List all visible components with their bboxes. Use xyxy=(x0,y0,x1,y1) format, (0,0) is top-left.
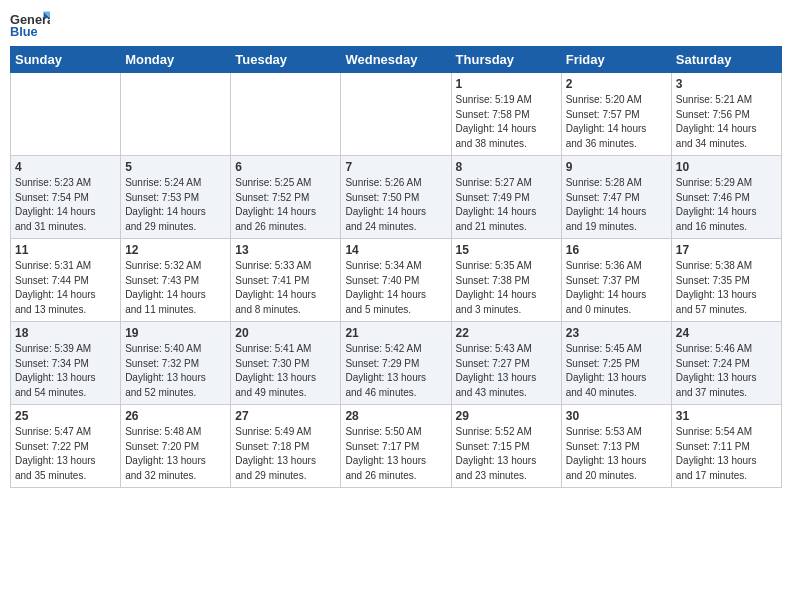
day-info: Sunrise: 5:24 AM Sunset: 7:53 PM Dayligh… xyxy=(125,176,226,234)
day-number: 29 xyxy=(456,409,557,423)
day-info: Sunrise: 5:38 AM Sunset: 7:35 PM Dayligh… xyxy=(676,259,777,317)
calendar-day-cell: 18Sunrise: 5:39 AM Sunset: 7:34 PM Dayli… xyxy=(11,322,121,405)
calendar-day-cell: 30Sunrise: 5:53 AM Sunset: 7:13 PM Dayli… xyxy=(561,405,671,488)
calendar-day-cell: 12Sunrise: 5:32 AM Sunset: 7:43 PM Dayli… xyxy=(121,239,231,322)
day-number: 15 xyxy=(456,243,557,257)
day-number: 14 xyxy=(345,243,446,257)
day-info: Sunrise: 5:26 AM Sunset: 7:50 PM Dayligh… xyxy=(345,176,446,234)
day-info: Sunrise: 5:45 AM Sunset: 7:25 PM Dayligh… xyxy=(566,342,667,400)
day-info: Sunrise: 5:25 AM Sunset: 7:52 PM Dayligh… xyxy=(235,176,336,234)
logo: General Blue xyxy=(10,10,50,38)
day-number: 23 xyxy=(566,326,667,340)
day-info: Sunrise: 5:49 AM Sunset: 7:18 PM Dayligh… xyxy=(235,425,336,483)
day-info: Sunrise: 5:35 AM Sunset: 7:38 PM Dayligh… xyxy=(456,259,557,317)
day-of-week-header: Friday xyxy=(561,47,671,73)
day-info: Sunrise: 5:19 AM Sunset: 7:58 PM Dayligh… xyxy=(456,93,557,151)
day-number: 13 xyxy=(235,243,336,257)
calendar-day-cell: 11Sunrise: 5:31 AM Sunset: 7:44 PM Dayli… xyxy=(11,239,121,322)
calendar-day-cell: 2Sunrise: 5:20 AM Sunset: 7:57 PM Daylig… xyxy=(561,73,671,156)
calendar-day-cell: 10Sunrise: 5:29 AM Sunset: 7:46 PM Dayli… xyxy=(671,156,781,239)
calendar-week-row: 18Sunrise: 5:39 AM Sunset: 7:34 PM Dayli… xyxy=(11,322,782,405)
day-number: 31 xyxy=(676,409,777,423)
day-number: 27 xyxy=(235,409,336,423)
calendar-week-row: 11Sunrise: 5:31 AM Sunset: 7:44 PM Dayli… xyxy=(11,239,782,322)
day-info: Sunrise: 5:33 AM Sunset: 7:41 PM Dayligh… xyxy=(235,259,336,317)
day-info: Sunrise: 5:20 AM Sunset: 7:57 PM Dayligh… xyxy=(566,93,667,151)
day-info: Sunrise: 5:53 AM Sunset: 7:13 PM Dayligh… xyxy=(566,425,667,483)
day-info: Sunrise: 5:39 AM Sunset: 7:34 PM Dayligh… xyxy=(15,342,116,400)
day-info: Sunrise: 5:40 AM Sunset: 7:32 PM Dayligh… xyxy=(125,342,226,400)
calendar-day-cell: 8Sunrise: 5:27 AM Sunset: 7:49 PM Daylig… xyxy=(451,156,561,239)
calendar-day-cell: 15Sunrise: 5:35 AM Sunset: 7:38 PM Dayli… xyxy=(451,239,561,322)
day-number: 30 xyxy=(566,409,667,423)
day-number: 9 xyxy=(566,160,667,174)
calendar-day-cell: 4Sunrise: 5:23 AM Sunset: 7:54 PM Daylig… xyxy=(11,156,121,239)
day-number: 22 xyxy=(456,326,557,340)
day-number: 7 xyxy=(345,160,446,174)
calendar-day-cell xyxy=(231,73,341,156)
calendar-day-cell: 16Sunrise: 5:36 AM Sunset: 7:37 PM Dayli… xyxy=(561,239,671,322)
day-info: Sunrise: 5:23 AM Sunset: 7:54 PM Dayligh… xyxy=(15,176,116,234)
calendar-table: SundayMondayTuesdayWednesdayThursdayFrid… xyxy=(10,46,782,488)
day-of-week-header: Wednesday xyxy=(341,47,451,73)
calendar-day-cell: 14Sunrise: 5:34 AM Sunset: 7:40 PM Dayli… xyxy=(341,239,451,322)
calendar-day-cell: 24Sunrise: 5:46 AM Sunset: 7:24 PM Dayli… xyxy=(671,322,781,405)
calendar-day-cell xyxy=(341,73,451,156)
calendar-week-row: 25Sunrise: 5:47 AM Sunset: 7:22 PM Dayli… xyxy=(11,405,782,488)
calendar-day-cell: 21Sunrise: 5:42 AM Sunset: 7:29 PM Dayli… xyxy=(341,322,451,405)
day-number: 12 xyxy=(125,243,226,257)
day-info: Sunrise: 5:41 AM Sunset: 7:30 PM Dayligh… xyxy=(235,342,336,400)
calendar-day-cell: 25Sunrise: 5:47 AM Sunset: 7:22 PM Dayli… xyxy=(11,405,121,488)
calendar-week-row: 1Sunrise: 5:19 AM Sunset: 7:58 PM Daylig… xyxy=(11,73,782,156)
day-info: Sunrise: 5:47 AM Sunset: 7:22 PM Dayligh… xyxy=(15,425,116,483)
calendar-day-cell: 28Sunrise: 5:50 AM Sunset: 7:17 PM Dayli… xyxy=(341,405,451,488)
day-info: Sunrise: 5:32 AM Sunset: 7:43 PM Dayligh… xyxy=(125,259,226,317)
day-number: 21 xyxy=(345,326,446,340)
day-number: 2 xyxy=(566,77,667,91)
calendar-day-cell: 5Sunrise: 5:24 AM Sunset: 7:53 PM Daylig… xyxy=(121,156,231,239)
calendar-day-cell: 7Sunrise: 5:26 AM Sunset: 7:50 PM Daylig… xyxy=(341,156,451,239)
day-info: Sunrise: 5:27 AM Sunset: 7:49 PM Dayligh… xyxy=(456,176,557,234)
day-number: 25 xyxy=(15,409,116,423)
svg-text:Blue: Blue xyxy=(10,24,38,38)
day-info: Sunrise: 5:43 AM Sunset: 7:27 PM Dayligh… xyxy=(456,342,557,400)
day-of-week-header: Tuesday xyxy=(231,47,341,73)
day-info: Sunrise: 5:28 AM Sunset: 7:47 PM Dayligh… xyxy=(566,176,667,234)
calendar-day-cell: 23Sunrise: 5:45 AM Sunset: 7:25 PM Dayli… xyxy=(561,322,671,405)
generalblue-logo-icon: General Blue xyxy=(10,10,50,38)
day-number: 5 xyxy=(125,160,226,174)
day-info: Sunrise: 5:31 AM Sunset: 7:44 PM Dayligh… xyxy=(15,259,116,317)
calendar-week-row: 4Sunrise: 5:23 AM Sunset: 7:54 PM Daylig… xyxy=(11,156,782,239)
calendar-day-cell: 3Sunrise: 5:21 AM Sunset: 7:56 PM Daylig… xyxy=(671,73,781,156)
day-info: Sunrise: 5:21 AM Sunset: 7:56 PM Dayligh… xyxy=(676,93,777,151)
calendar-day-cell: 22Sunrise: 5:43 AM Sunset: 7:27 PM Dayli… xyxy=(451,322,561,405)
calendar-day-cell: 1Sunrise: 5:19 AM Sunset: 7:58 PM Daylig… xyxy=(451,73,561,156)
day-info: Sunrise: 5:36 AM Sunset: 7:37 PM Dayligh… xyxy=(566,259,667,317)
page-header: General Blue xyxy=(10,10,782,38)
calendar-day-cell: 26Sunrise: 5:48 AM Sunset: 7:20 PM Dayli… xyxy=(121,405,231,488)
calendar-day-cell: 27Sunrise: 5:49 AM Sunset: 7:18 PM Dayli… xyxy=(231,405,341,488)
day-info: Sunrise: 5:34 AM Sunset: 7:40 PM Dayligh… xyxy=(345,259,446,317)
day-info: Sunrise: 5:48 AM Sunset: 7:20 PM Dayligh… xyxy=(125,425,226,483)
calendar-day-cell: 19Sunrise: 5:40 AM Sunset: 7:32 PM Dayli… xyxy=(121,322,231,405)
calendar-day-cell: 29Sunrise: 5:52 AM Sunset: 7:15 PM Dayli… xyxy=(451,405,561,488)
day-info: Sunrise: 5:42 AM Sunset: 7:29 PM Dayligh… xyxy=(345,342,446,400)
calendar-day-cell: 9Sunrise: 5:28 AM Sunset: 7:47 PM Daylig… xyxy=(561,156,671,239)
day-info: Sunrise: 5:52 AM Sunset: 7:15 PM Dayligh… xyxy=(456,425,557,483)
calendar-day-cell: 20Sunrise: 5:41 AM Sunset: 7:30 PM Dayli… xyxy=(231,322,341,405)
calendar-day-cell: 17Sunrise: 5:38 AM Sunset: 7:35 PM Dayli… xyxy=(671,239,781,322)
day-number: 10 xyxy=(676,160,777,174)
day-number: 19 xyxy=(125,326,226,340)
calendar-day-cell xyxy=(11,73,121,156)
day-number: 6 xyxy=(235,160,336,174)
day-number: 8 xyxy=(456,160,557,174)
calendar-day-cell: 31Sunrise: 5:54 AM Sunset: 7:11 PM Dayli… xyxy=(671,405,781,488)
calendar-day-cell: 13Sunrise: 5:33 AM Sunset: 7:41 PM Dayli… xyxy=(231,239,341,322)
day-number: 4 xyxy=(15,160,116,174)
calendar-day-cell xyxy=(121,73,231,156)
day-info: Sunrise: 5:54 AM Sunset: 7:11 PM Dayligh… xyxy=(676,425,777,483)
day-of-week-header: Thursday xyxy=(451,47,561,73)
day-number: 18 xyxy=(15,326,116,340)
day-number: 20 xyxy=(235,326,336,340)
day-of-week-header: Saturday xyxy=(671,47,781,73)
